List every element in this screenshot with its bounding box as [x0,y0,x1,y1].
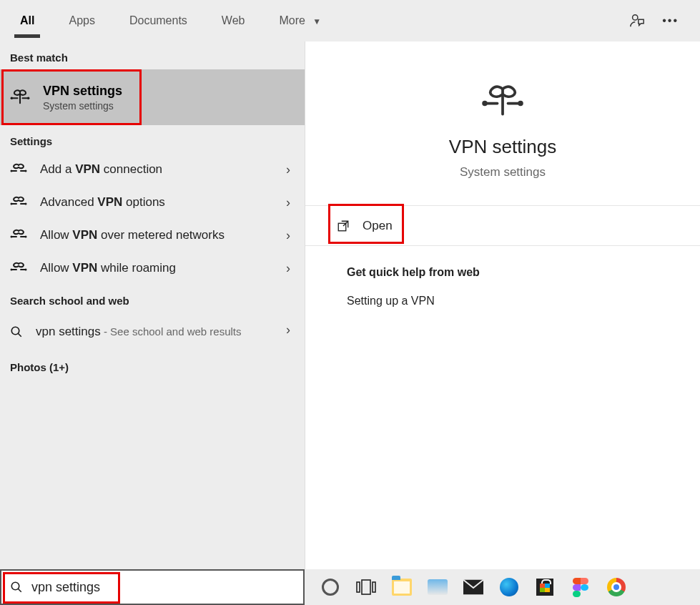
chrome-icon[interactable] [606,577,626,597]
results-panel: Best match VPN settings System settings … [0,41,305,569]
chevron-right-icon: › [286,162,290,177]
task-view-icon[interactable] [356,577,376,597]
svg-point-15 [11,582,19,590]
result-label: Allow VPN while roaming [40,261,176,275]
vpn-icon [10,262,27,275]
feedback-icon[interactable] [629,13,645,29]
preview-title: VPN settings [327,136,679,158]
taskbar [0,569,700,605]
cortana-icon[interactable] [320,577,340,597]
preview-panel: VPN settings System settings Open Get qu… [305,41,700,569]
best-match-subtitle: System settings [43,100,122,112]
search-icon [10,325,23,338]
search-icon [10,581,23,594]
chevron-right-icon: › [286,261,290,276]
tab-web[interactable]: Web [216,4,251,37]
result-best-match-vpn-settings[interactable]: VPN settings System settings [0,69,305,125]
best-match-title: VPN settings [43,84,122,99]
microsoft-store-icon[interactable] [535,577,555,597]
result-allow-vpn-roaming[interactable]: Allow VPN while roaming › [0,252,305,285]
tab-apps[interactable]: Apps [63,4,100,37]
web-help-header: Get quick help from web [347,266,659,279]
result-add-vpn-connection[interactable]: Add a VPN connection › [0,153,305,186]
result-advanced-vpn-options[interactable]: Advanced VPN options › [0,186,305,219]
more-options-icon[interactable]: ••• [662,14,679,27]
chevron-right-icon: › [286,228,290,243]
vpn-icon [10,229,27,242]
taskbar-search[interactable] [0,569,305,605]
svg-rect-18 [373,582,375,592]
preview-subtitle: System settings [327,165,679,179]
search-input[interactable] [31,580,303,595]
mail-icon[interactable] [463,577,483,597]
result-label: vpn settings - See school and web result… [36,323,242,341]
result-label: Allow VPN over metered networks [40,228,225,242]
svg-rect-16 [357,582,360,592]
result-label: Advanced VPN options [40,195,165,210]
chevron-right-icon: › [286,323,290,338]
edge-icon[interactable] [499,577,519,597]
tab-more-label: More [279,14,305,26]
open-button[interactable]: Open [305,206,700,246]
chevron-down-icon: ▼ [312,16,321,26]
search-tabs: All Apps Documents Web More ▼ ••• [0,0,700,41]
tab-documents[interactable]: Documents [124,4,193,37]
section-search-school-web: Search school and web [0,285,305,313]
keyboard-app-icon[interactable] [428,577,448,597]
result-allow-vpn-metered[interactable]: Allow VPN over metered networks › [0,219,305,252]
vpn-icon [10,163,27,176]
web-help-link-setup-vpn[interactable]: Setting up a VPN [347,295,659,308]
open-icon [337,220,350,232]
result-web-vpn-settings[interactable]: vpn settings - See school and web result… [0,313,305,351]
section-settings: Settings [0,125,305,153]
open-label: Open [363,219,393,233]
figma-icon[interactable] [571,577,591,597]
svg-point-0 [633,14,638,19]
svg-rect-17 [362,580,370,594]
vpn-icon [481,84,524,119]
section-photos: Photos (1+) [0,351,305,379]
svg-point-11 [11,327,19,335]
vpn-icon [10,196,27,209]
vpn-icon [10,89,30,106]
section-best-match: Best match [0,41,305,69]
tab-all[interactable]: All [14,4,40,37]
chevron-right-icon: › [286,195,290,210]
result-label: Add a VPN connection [40,162,162,177]
file-explorer-icon[interactable] [392,577,412,597]
tab-more[interactable]: More ▼ [273,4,327,37]
